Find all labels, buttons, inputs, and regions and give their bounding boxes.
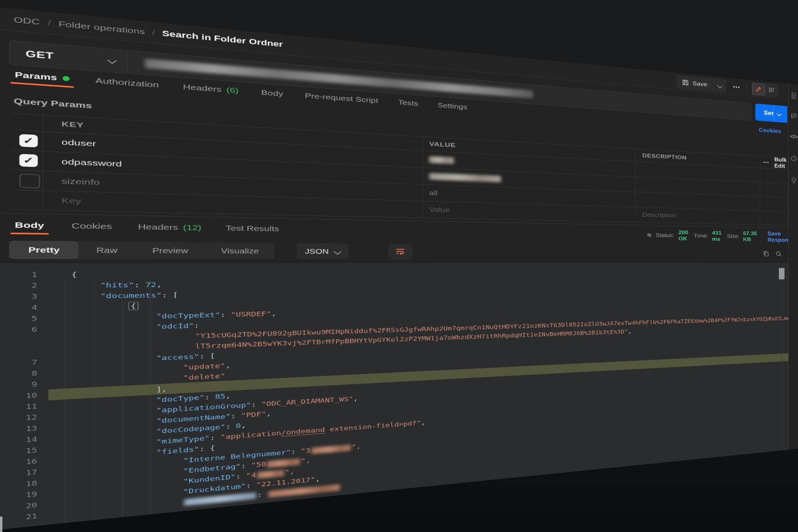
breadcrumb-item[interactable]: Folder operations: [59, 19, 145, 36]
info-button[interactable]: [790, 154, 798, 162]
document-icon: [790, 92, 797, 99]
line-number: 7: [0, 357, 37, 370]
more-actions-button[interactable]: •••: [731, 82, 743, 93]
tab-settings[interactable]: Settings: [437, 101, 468, 113]
response-tab-headers[interactable]: Headers(12): [137, 222, 202, 234]
tips-button[interactable]: [790, 176, 798, 185]
tab-params[interactable]: Params: [14, 70, 71, 85]
code-token: ,: [315, 475, 320, 483]
comment-icon: [768, 87, 775, 93]
tab-body[interactable]: Body: [260, 88, 284, 100]
code-snippet-button[interactable]: </>: [790, 132, 798, 141]
network-globe-icon: [647, 231, 652, 239]
code-line-content: {: [71, 269, 77, 280]
search-icon: [775, 251, 782, 257]
view-tab-pretty[interactable]: Pretty: [9, 241, 78, 259]
save-options-button[interactable]: [713, 79, 726, 93]
response-tabs: BodyCookiesHeaders(12)Test Results: [14, 216, 280, 239]
response-tab-cookies[interactable]: Cookies: [71, 222, 113, 233]
code-token: ",: [301, 457, 310, 465]
line-number: 8: [0, 368, 37, 381]
param-value-cell[interactable]: [429, 168, 501, 187]
send-options-button[interactable]: [774, 105, 784, 123]
view-tab-visualize[interactable]: Visualize: [205, 242, 275, 259]
breadcrumb-item[interactable]: ODC: [14, 15, 40, 27]
line-number: 3: [0, 291, 37, 303]
json-key: "docType": [156, 394, 204, 404]
response-tab-body[interactable]: Body: [14, 220, 45, 232]
edit-request-button[interactable]: [752, 83, 765, 96]
code-token: 72: [145, 281, 156, 289]
code-token: ",: [352, 443, 361, 450]
code-token: ",: [285, 468, 295, 476]
tab-headers[interactable]: Headers(6): [182, 82, 240, 97]
code-line-content: "documents": [: [100, 290, 178, 301]
comments-button[interactable]: [765, 84, 777, 96]
copy-response-button[interactable]: [760, 249, 771, 259]
param-value-cell[interactable]: Value: [429, 201, 450, 218]
line-number: 6: [0, 324, 37, 336]
size-value: 57.35 KB: [743, 230, 757, 243]
code-line-content: ],: [156, 384, 167, 395]
tab-tests[interactable]: Tests: [397, 98, 419, 109]
status-label: Status:: [656, 232, 674, 238]
response-tab-test-results[interactable]: Test Results: [225, 224, 280, 235]
param-value-cell[interactable]: [429, 151, 454, 169]
tab-authorization[interactable]: Authorization: [94, 76, 160, 91]
param-key-cell[interactable]: sizeinfo: [61, 171, 100, 192]
view-tab-preview[interactable]: Preview: [135, 242, 205, 259]
column-header-value: VALUE: [429, 137, 456, 152]
code-token: "delete": [183, 372, 225, 382]
code-token: "50: [251, 460, 266, 469]
tab-count-badge: (6): [226, 86, 239, 95]
code-token: :: [241, 461, 251, 469]
comments-sidebar-button[interactable]: [790, 112, 798, 121]
tab-label: Body: [15, 220, 44, 230]
param-key-cell[interactable]: odpassword: [61, 152, 122, 173]
breadcrumb-item[interactable]: Search in Folder Ordner: [162, 29, 283, 49]
param-key-cell[interactable]: Key: [61, 191, 81, 211]
pencil-icon: [755, 86, 762, 93]
code-token: :: [199, 445, 209, 453]
params-more-button[interactable]: •••: [760, 156, 773, 168]
documentation-button[interactable]: [790, 91, 798, 100]
json-key: "odcId": [156, 322, 194, 330]
checkbox-unchecked[interactable]: [19, 174, 40, 188]
scrollbar-track[interactable]: [782, 280, 782, 447]
checkbox-checked[interactable]: ✓: [19, 134, 38, 148]
wrap-text-button[interactable]: [388, 244, 412, 259]
code-token: :: [199, 352, 209, 360]
checkbox-checked[interactable]: ✓: [19, 154, 38, 167]
param-key-cell[interactable]: oduser: [61, 133, 96, 154]
response-body-viewer[interactable]: 1{2"hits": 72,3"documents": [4{5"docType…: [0, 263, 788, 530]
code-token: "3: [301, 447, 310, 455]
code-token: ],: [156, 385, 167, 393]
header-actions: Save •••: [677, 75, 778, 98]
search-response-button[interactable]: [773, 249, 784, 259]
tab-pre-request-script[interactable]: Pre-request Script: [304, 91, 379, 107]
code-icon: </>: [790, 133, 797, 140]
code-token: ,: [628, 328, 632, 334]
save-button[interactable]: Save: [677, 75, 712, 91]
save-button-label: Save: [692, 80, 707, 88]
code-token: ,: [156, 281, 162, 289]
cookies-link[interactable]: Cookies: [759, 127, 781, 135]
app-background: ODC/Folder operations/Search in Folder O…: [0, 7, 798, 529]
json-key: "access": [156, 352, 199, 362]
json-key: "hits": [100, 281, 134, 289]
code-token: :: [246, 481, 256, 490]
json-key: "documents": [100, 291, 162, 300]
scrollbar-thumb[interactable]: [779, 268, 784, 279]
param-value-cell[interactable]: all: [429, 184, 438, 201]
params-active-dot-icon: [63, 76, 70, 81]
tab-label: Headers: [183, 83, 221, 94]
comment-icon: [790, 113, 797, 119]
redacted-value: [429, 173, 501, 182]
code-token: :: [205, 393, 215, 401]
format-select[interactable]: JSON: [296, 243, 348, 259]
view-tab-raw[interactable]: Raw: [78, 241, 135, 259]
code-token: ,: [225, 392, 231, 399]
tab-label: Cookies: [71, 222, 112, 231]
chevron-down-icon: [777, 112, 782, 116]
param-description-cell[interactable]: Description: [642, 207, 676, 223]
